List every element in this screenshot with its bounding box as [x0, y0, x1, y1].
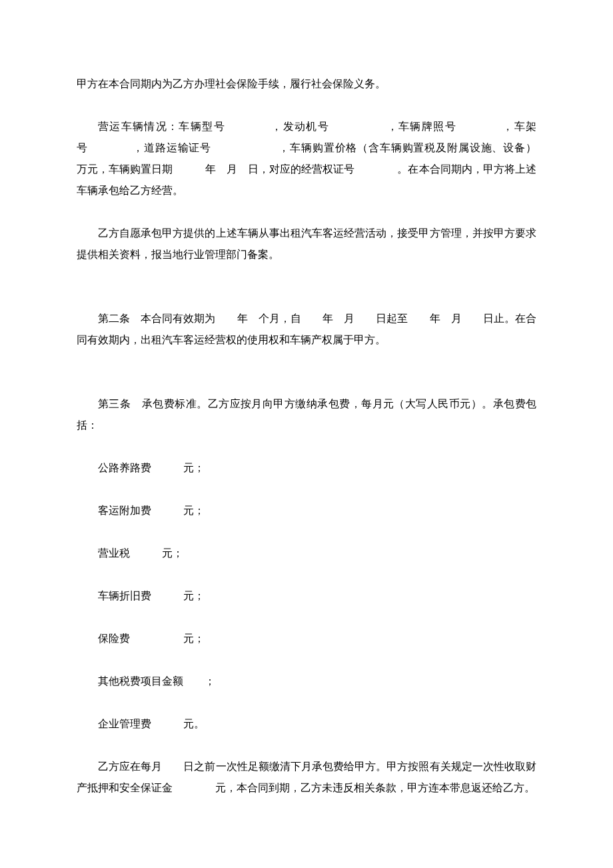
article-3: 第三条 承包费标准。乙方应按月向甲方缴纳承包费，每月元（大写人民币元）。承包费包…: [77, 393, 536, 436]
article-2: 第二条 本合同有效期为 年 个月，自 年 月 日起至 年 月 日止。在合同有效期…: [77, 308, 536, 351]
fee-item-road: 公路养路费 元；: [77, 457, 536, 479]
paragraph-insurance: 甲方在本合同期内为乙方办理社会保险手续，履行社会保险义务。: [77, 73, 536, 95]
fee-item-other: 其他税费项目金额 ；: [77, 671, 536, 692]
paragraph-party-b-accept: 乙方自愿承包甲方提供的上述车辆从事出租汽车客运经营活动，接受甲方管理，并按甲方要…: [77, 223, 536, 265]
fee-item-management: 企业管理费 元。: [77, 713, 536, 735]
paragraph-payment: 乙方应在每月 日之前一次性足额缴清下月承包费给甲方。甲方按照有关规定一次性收取财…: [77, 756, 536, 799]
fee-item-tax: 营业税 元；: [77, 543, 536, 564]
fee-item-passenger: 客运附加费 元；: [77, 500, 536, 521]
fee-item-insurance: 保险费 元；: [77, 628, 536, 649]
fee-item-depreciation: 车辆折旧费 元；: [77, 585, 536, 607]
paragraph-vehicle-info: 营运车辆情况：车辆型号 ，发动机号 ，车辆牌照号 ，车架号 ，道路运输证号 ，车…: [77, 116, 536, 201]
